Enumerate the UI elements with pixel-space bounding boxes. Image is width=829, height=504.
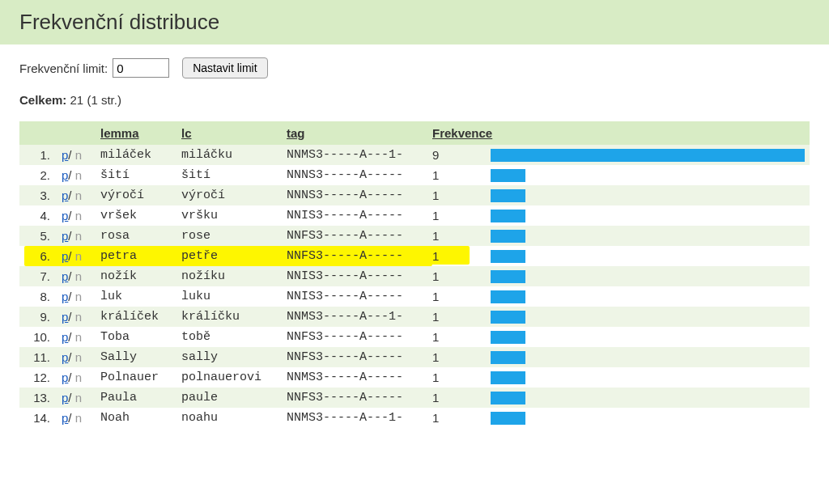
negative-link[interactable]: n: [75, 391, 82, 404]
row-pn: p/ n: [57, 286, 96, 307]
frequency-bar: [491, 189, 525, 202]
header-tag[interactable]: tag: [282, 121, 427, 145]
frequency-bar: [491, 210, 525, 222]
freq-table-wrap: lemma lc tag Frekvence 1.p/ nmiláčekmilá…: [0, 121, 829, 447]
row-pn: p/ n: [57, 408, 96, 428]
row-index: 8.: [19, 286, 57, 307]
row-tag: NNNS3-----A-----: [282, 165, 427, 185]
header-lemma[interactable]: lemma: [96, 121, 176, 145]
negative-link[interactable]: n: [75, 168, 82, 182]
row-lemma: Sally: [96, 347, 176, 367]
row-tag: NNMS3-----A-----: [282, 367, 427, 388]
negative-link[interactable]: n: [75, 229, 82, 243]
row-bar: [486, 185, 810, 205]
row-lemma: Paula: [96, 388, 176, 408]
table-row: 1.p/ nmiláčekmiláčkuNNMS3-----A---1-9: [19, 145, 810, 165]
table-row: 3.p/ nvýročívýročíNNNS3-----A-----1: [19, 185, 810, 205]
table-row: 6.p/ npetrapetřeNNFS3-----A-----1: [19, 246, 810, 266]
negative-link[interactable]: n: [75, 269, 82, 283]
frequency-bar: [491, 149, 805, 162]
header-blank-idx: [19, 121, 57, 145]
row-index: 4.: [19, 205, 57, 226]
row-lemma: šití: [96, 165, 176, 185]
row-pn: p/ n: [57, 205, 96, 226]
row-lemma: miláček: [96, 145, 176, 165]
table-row: 4.p/ nvršekvrškuNNIS3-----A-----1: [19, 205, 810, 226]
row-lc: rose: [176, 226, 282, 246]
row-tag: NNMS3-----A---1-: [282, 307, 427, 327]
pn-separator: /: [68, 148, 74, 162]
table-row: 8.p/ nluklukuNNIS3-----A-----1: [19, 286, 810, 307]
row-lemma: rosa: [96, 226, 176, 246]
row-index: 11.: [19, 347, 57, 367]
row-lc: noahu: [176, 408, 282, 428]
row-index: 10.: [19, 327, 57, 347]
pn-separator: /: [68, 391, 74, 404]
frequency-bar: [491, 331, 525, 344]
row-pn: p/ n: [57, 226, 96, 246]
row-index: 14.: [19, 408, 57, 428]
row-tag: NNFS3-----A-----: [282, 246, 427, 266]
freq-table: lemma lc tag Frekvence 1.p/ nmiláčekmilá…: [19, 121, 810, 428]
row-frequency: 1: [427, 367, 486, 388]
row-lc: vršku: [176, 205, 282, 226]
page-title: Frekvenční distribuce: [0, 0, 829, 44]
row-frequency: 1: [427, 185, 486, 205]
table-row: 5.p/ nrosaroseNNFS3-----A-----1: [19, 226, 810, 246]
row-lemma: vršek: [96, 205, 176, 226]
table-row: 13.p/ nPaulapauleNNFS3-----A-----1: [19, 388, 810, 408]
frequency-bar: [491, 270, 525, 283]
table-body: 1.p/ nmiláčekmiláčkuNNMS3-----A---1-92.p…: [19, 145, 810, 428]
table-row: 2.p/ nšitíšitíNNNS3-----A-----1: [19, 165, 810, 185]
header-freq[interactable]: Frekvence: [427, 121, 486, 145]
row-lc: luku: [176, 286, 282, 307]
controls-bar: Frekvenční limit: Nastavit limit: [0, 44, 829, 85]
pn-separator: /: [68, 310, 74, 324]
pn-separator: /: [68, 371, 74, 384]
pn-separator: /: [68, 229, 74, 243]
negative-link[interactable]: n: [75, 249, 82, 263]
frequency-bar: [491, 392, 525, 404]
negative-link[interactable]: n: [75, 350, 82, 364]
header-lc[interactable]: lc: [176, 121, 282, 145]
table-row: 7.p/ nnožíknožíkuNNIS3-----A-----1: [19, 266, 810, 286]
row-bar: [486, 246, 810, 266]
frequency-bar: [491, 230, 525, 243]
row-pn: p/ n: [57, 347, 96, 367]
set-limit-button[interactable]: Nastavit limit: [182, 57, 267, 78]
summary: Celkem: 21 (1 str.): [0, 85, 829, 121]
row-frequency: 1: [427, 408, 486, 428]
row-frequency: 1: [427, 266, 486, 286]
row-pn: p/ n: [57, 307, 96, 327]
row-lc: miláčku: [176, 145, 282, 165]
row-pn: p/ n: [57, 388, 96, 408]
negative-link[interactable]: n: [75, 290, 82, 303]
negative-link[interactable]: n: [75, 330, 82, 344]
pn-separator: /: [68, 188, 74, 202]
row-frequency: 1: [427, 205, 486, 226]
row-index: 13.: [19, 388, 57, 408]
row-frequency: 1: [427, 327, 486, 347]
negative-link[interactable]: n: [75, 209, 82, 222]
negative-link[interactable]: n: [75, 411, 82, 425]
header-blank-bar: [486, 121, 810, 145]
row-lc: nožíku: [176, 266, 282, 286]
row-bar: [486, 307, 810, 327]
negative-link[interactable]: n: [75, 148, 82, 162]
row-lc: polnauerovi: [176, 367, 282, 388]
limit-label: Frekvenční limit:: [19, 61, 108, 75]
row-lemma: výročí: [96, 185, 176, 205]
row-tag: NNIS3-----A-----: [282, 266, 427, 286]
row-index: 5.: [19, 226, 57, 246]
row-bar: [486, 145, 810, 165]
row-pn: p/ n: [57, 266, 96, 286]
negative-link[interactable]: n: [75, 371, 82, 384]
row-frequency: 1: [427, 388, 486, 408]
negative-link[interactable]: n: [75, 188, 82, 202]
limit-input[interactable]: [113, 58, 169, 78]
negative-link[interactable]: n: [75, 310, 82, 324]
header-blank-pn: [57, 121, 96, 145]
table-row: 9.p/ nkrálíčekkrálíčkuNNMS3-----A---1-1: [19, 307, 810, 327]
row-index: 3.: [19, 185, 57, 205]
row-tag: NNFS3-----A-----: [282, 388, 427, 408]
